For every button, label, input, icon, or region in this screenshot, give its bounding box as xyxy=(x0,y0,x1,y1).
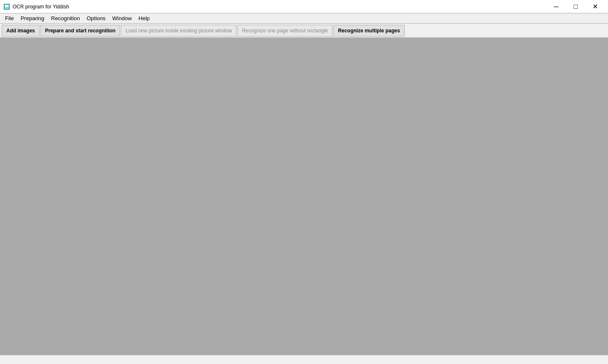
add-images-button[interactable]: Add images xyxy=(2,25,40,37)
title-bar-controls: ─ □ ✕ xyxy=(547,0,605,13)
recognize-multiple-button[interactable]: Recognize multiple pages xyxy=(333,25,404,37)
main-content xyxy=(0,38,608,355)
prepare-start-button[interactable]: Prepare and start recognition xyxy=(40,25,120,37)
minimize-button[interactable]: ─ xyxy=(547,0,566,13)
title-bar-left: OCR program for Yiddish xyxy=(3,3,69,10)
menu-bar: File Preparing Recognition Options Windo… xyxy=(0,13,608,24)
menu-options[interactable]: Options xyxy=(83,14,109,22)
menu-file[interactable]: File xyxy=(2,14,17,22)
menu-recognition[interactable]: Recognition xyxy=(48,14,83,22)
svg-rect-2 xyxy=(5,8,6,9)
title-bar: OCR program for Yiddish ─ □ ✕ xyxy=(0,0,608,13)
menu-preparing[interactable]: Preparing xyxy=(17,14,48,22)
maximize-button[interactable]: □ xyxy=(566,0,585,13)
close-button[interactable]: ✕ xyxy=(585,0,605,13)
menu-window[interactable]: Window xyxy=(109,14,135,22)
svg-rect-3 xyxy=(7,8,9,9)
window-title: OCR program for Yiddish xyxy=(13,4,69,10)
svg-rect-1 xyxy=(5,5,9,8)
recognize-one-button[interactable]: Recognize one page without rectangle xyxy=(237,25,332,37)
load-picture-button[interactable]: Load new picture inside existing picture… xyxy=(121,25,236,37)
app-icon xyxy=(3,3,10,10)
toolbar: Add images Prepare and start recognition… xyxy=(0,24,608,38)
menu-help[interactable]: Help xyxy=(135,14,153,22)
status-bar xyxy=(0,355,608,364)
